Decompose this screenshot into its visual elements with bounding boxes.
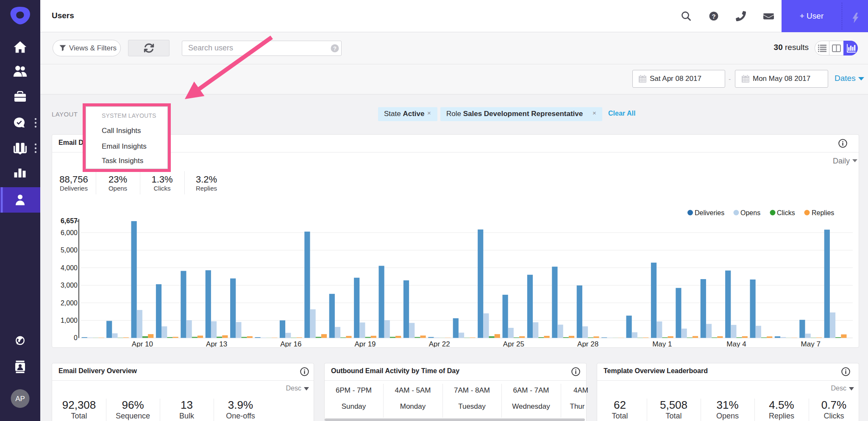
svg-text:Apr 28: Apr 28 bbox=[577, 340, 598, 347]
svg-text:3,000: 3,000 bbox=[61, 282, 78, 289]
svg-text:Apr 13: Apr 13 bbox=[206, 340, 227, 347]
svg-text:?: ? bbox=[712, 13, 715, 20]
svg-text:May 7: May 7 bbox=[801, 340, 821, 347]
svg-text:May 4: May 4 bbox=[726, 340, 746, 347]
svg-text:1,000: 1,000 bbox=[61, 317, 78, 324]
svg-text:2,000: 2,000 bbox=[61, 299, 78, 307]
svg-text:Deliveries: Deliveries bbox=[695, 209, 724, 216]
svg-text:Apr 16: Apr 16 bbox=[280, 340, 301, 347]
svg-text:Apr 22: Apr 22 bbox=[429, 340, 450, 347]
svg-text:AP: AP bbox=[15, 395, 25, 403]
svg-text:?: ? bbox=[333, 45, 337, 52]
svg-text:Apr 25: Apr 25 bbox=[503, 340, 524, 347]
svg-text:Replies: Replies bbox=[812, 209, 834, 216]
svg-text:6,657: 6,657 bbox=[61, 217, 78, 224]
svg-text:0: 0 bbox=[74, 334, 78, 341]
svg-text:5,000: 5,000 bbox=[61, 247, 78, 254]
svg-text:Apr 19: Apr 19 bbox=[354, 340, 376, 347]
svg-text:4,000: 4,000 bbox=[61, 264, 78, 271]
svg-text:6,000: 6,000 bbox=[61, 229, 78, 236]
svg-text:Apr 10: Apr 10 bbox=[132, 340, 153, 347]
svg-text:Opens: Opens bbox=[740, 209, 760, 216]
svg-text:Clicks: Clicks bbox=[777, 209, 795, 216]
svg-text:May 1: May 1 bbox=[652, 340, 672, 347]
